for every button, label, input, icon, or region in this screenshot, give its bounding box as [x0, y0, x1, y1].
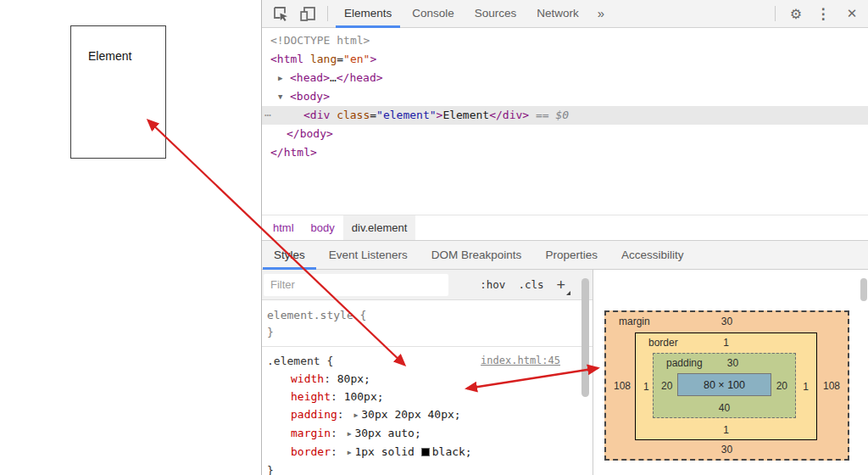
css-property-name: height — [291, 390, 331, 403]
collapse-arrow-icon[interactable]: ▶ — [278, 69, 290, 87]
padding-label: padding — [666, 357, 703, 369]
css-property[interactable]: margin: ▶30px auto; — [267, 424, 593, 443]
close-devtools-icon[interactable]: ✕ — [836, 6, 868, 21]
code-segment: </body> — [287, 127, 333, 140]
toggle-hover-state-button[interactable]: :hov — [480, 278, 505, 291]
code-segment: </html> — [270, 146, 317, 159]
toggle-class-button[interactable]: .cls — [518, 278, 543, 291]
border-left-value: 1 — [643, 381, 649, 393]
css-property-value: 1px solid — [354, 445, 420, 458]
padding-top-value: 30 — [727, 357, 738, 369]
css-property-colon: : — [331, 427, 344, 439]
border-top-value: 1 — [723, 337, 729, 349]
browser-page: Element — [0, 0, 261, 475]
breadcrumb-item-div-element[interactable]: div.element — [343, 215, 416, 240]
device-toolbar-icon[interactable] — [294, 0, 321, 27]
code-segment: lang — [310, 53, 337, 65]
page-element-label: Element — [88, 49, 131, 63]
box-model-padding-region[interactable]: padding 30 40 20 20 80 × 100 — [653, 353, 796, 418]
tab-console[interactable]: Console — [402, 0, 465, 28]
box-model-margin-region[interactable]: margin 30 30 108 108 border 1 1 1 1 padd… — [604, 310, 849, 461]
css-rule-header: .element { index.html:45 — [267, 352, 593, 370]
tab-network[interactable]: Network — [526, 0, 589, 28]
dom-tree-line[interactable]: ⋯<div class="element">Element</div> == $… — [262, 106, 868, 125]
toolbar-right-group: ⚙ ⋮ ✕ — [769, 0, 868, 28]
css-selector: .element { — [267, 352, 333, 370]
code-segment: … — [330, 71, 337, 84]
devtools-tabs: ElementsConsoleSourcesNetwork — [334, 0, 589, 28]
source-file-link[interactable]: index.html:45 — [481, 352, 560, 370]
devtools-toolbar: ElementsConsoleSourcesNetwork » ⚙ ⋮ ✕ — [262, 0, 868, 28]
dom-tree-line[interactable]: ▶<head>…</head> — [262, 69, 868, 87]
dom-tree-line[interactable]: <html lang="en"> — [262, 50, 868, 69]
code-segment: "element" — [376, 109, 436, 121]
device-toolbar-glyph — [299, 6, 316, 22]
code-segment: </div> — [489, 109, 529, 121]
box-model-scrollbar-thumb[interactable] — [860, 278, 867, 301]
dom-tree-line[interactable]: ▼<body> — [262, 87, 868, 106]
dom-line-actions-icon[interactable]: ⋯ — [264, 106, 271, 125]
css-property[interactable]: border: ▶1px solid black; — [267, 443, 593, 461]
breadcrumb-item-html[interactable]: html — [264, 215, 303, 240]
tab-sources[interactable]: Sources — [465, 0, 527, 28]
dom-tree: <!DOCTYPE html><html lang="en">▶<head>…<… — [262, 28, 868, 215]
box-model-border-region[interactable]: border 1 1 1 1 padding 30 40 20 20 80 × … — [635, 332, 817, 440]
code-segment: = — [370, 109, 376, 121]
css-property-value: 30px 20px 40px; — [361, 408, 460, 421]
tab-event-listeners[interactable]: Event Listeners — [317, 241, 420, 269]
dom-tree-line[interactable]: </body> — [262, 125, 868, 143]
new-style-rule-button[interactable]: + — [556, 277, 565, 293]
dom-tree-line[interactable]: </html> — [262, 143, 868, 162]
styles-scrollbar-thumb[interactable] — [581, 278, 589, 397]
toolbar-divider — [775, 6, 776, 21]
box-model-content-region[interactable]: 80 × 100 — [677, 373, 771, 396]
styles-filter-input[interactable] — [264, 274, 448, 296]
element-style-block[interactable]: element.style { } — [262, 300, 593, 347]
code-segment: <head> — [290, 71, 330, 84]
tab-styles[interactable]: Styles — [262, 241, 317, 269]
tab-accessibility[interactable]: Accessibility — [609, 241, 696, 269]
css-property-name: width — [291, 372, 324, 385]
tab-properties[interactable]: Properties — [533, 241, 609, 269]
dom-line-content: ▶<head>…</head> — [262, 69, 383, 87]
css-property-name: padding — [291, 408, 337, 421]
margin-left-value: 108 — [614, 380, 631, 392]
breadcrumb-item-body[interactable]: body — [303, 215, 343, 240]
expand-shorthand-icon[interactable]: ▶ — [348, 425, 352, 443]
kebab-menu-icon[interactable]: ⋮ — [810, 5, 836, 23]
element-style-close: } — [267, 324, 593, 341]
css-rule-element: .element { index.html:45 width: 80px;hei… — [262, 347, 593, 475]
inspect-element-glyph — [273, 6, 289, 22]
css-property-value: black; — [432, 445, 472, 458]
css-property-name: border — [291, 445, 331, 458]
dom-line-content: </body> — [262, 125, 333, 143]
expand-shorthand-icon[interactable]: ▶ — [353, 406, 358, 424]
toolbar-divider — [327, 6, 328, 21]
css-property[interactable]: height: 100px; — [267, 388, 593, 405]
code-segment: </head> — [337, 71, 383, 84]
styles-filter-bar: :hov .cls + — [262, 270, 593, 300]
css-property[interactable]: width: 80px; — [267, 370, 593, 388]
tab-dom-breakpoints[interactable]: DOM Breakpoints — [420, 241, 534, 269]
color-swatch[interactable] — [421, 448, 430, 456]
inspect-element-icon[interactable] — [267, 0, 294, 27]
code-segment: <div — [303, 109, 337, 121]
code-segment: > — [370, 53, 376, 65]
page-element-box: Element — [70, 25, 166, 159]
expand-shorthand-icon[interactable]: ▶ — [348, 444, 352, 461]
code-segment: class — [337, 109, 370, 121]
css-property[interactable]: padding: ▶30px 20px 40px; — [267, 405, 593, 424]
box-model-pane: margin 30 30 108 108 border 1 1 1 1 padd… — [593, 270, 868, 475]
content-size-value: 80 × 100 — [704, 379, 745, 391]
tab-elements[interactable]: Elements — [334, 0, 402, 28]
dom-tree-line[interactable]: <!DOCTYPE html> — [262, 31, 868, 50]
dom-line-content: <html lang="en"> — [262, 50, 376, 69]
margin-bottom-value: 30 — [721, 444, 732, 455]
settings-gear-icon[interactable]: ⚙ — [782, 6, 810, 22]
expand-arrow-icon[interactable]: ▼ — [278, 87, 290, 106]
more-tabs-icon[interactable]: » — [589, 0, 613, 27]
padding-right-value: 20 — [776, 380, 787, 392]
padding-left-value: 20 — [661, 380, 672, 392]
css-property-value: 80px; — [337, 372, 370, 385]
dom-line-content: </html> — [262, 143, 317, 162]
